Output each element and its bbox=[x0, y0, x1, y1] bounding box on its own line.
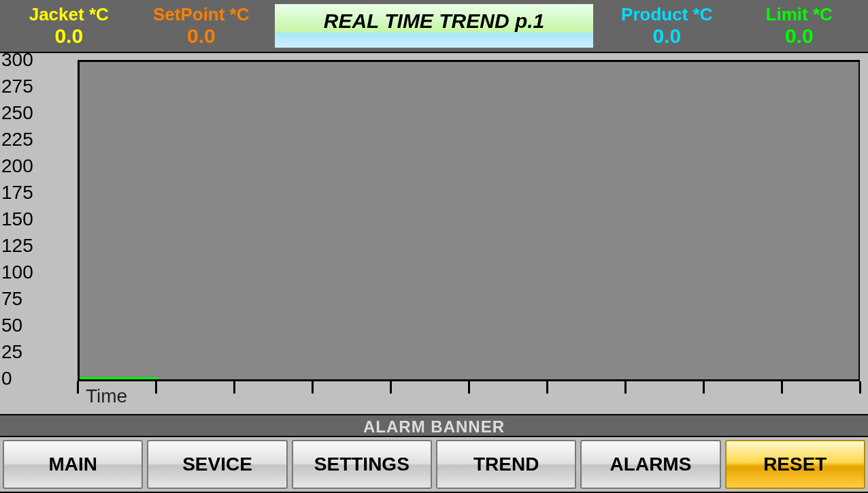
metric-product-value: 0.0 bbox=[601, 25, 733, 47]
y-axis: 3002752502252001751501251007550250 bbox=[0, 53, 78, 387]
y-tick: 250 bbox=[0, 102, 78, 124]
y-tick-label: 125 bbox=[0, 235, 33, 257]
nav-main-button[interactable]: MAIN bbox=[3, 440, 143, 489]
y-tick-label: 0 bbox=[0, 368, 12, 389]
metric-setpoint-label: SetPoint *C bbox=[135, 5, 268, 25]
y-tick: 275 bbox=[0, 76, 78, 97]
y-tick: 100 bbox=[0, 261, 78, 283]
header-bar: Jacket *C 0.0 SetPoint *C 0.0 REAL TIME … bbox=[0, 0, 868, 53]
y-tick-label: 175 bbox=[0, 182, 33, 204]
y-tick-label: 25 bbox=[0, 341, 22, 363]
y-tick: 125 bbox=[0, 235, 78, 257]
metric-product-label: Product *C bbox=[601, 5, 733, 25]
y-tick: 25 bbox=[0, 341, 78, 363]
metric-jacket: Jacket *C 0.0 bbox=[3, 5, 135, 47]
y-tick-label: 50 bbox=[0, 315, 22, 336]
chart-area: 3002752502252001751501251007550250 Time bbox=[0, 53, 868, 414]
y-tick: 225 bbox=[0, 129, 78, 150]
y-tick: 50 bbox=[0, 315, 78, 336]
x-axis-ticks bbox=[78, 381, 860, 395]
y-tick-label: 100 bbox=[0, 261, 33, 283]
metric-product: Product *C 0.0 bbox=[601, 5, 733, 47]
trend-plot[interactable] bbox=[78, 60, 860, 381]
y-tick: 300 bbox=[0, 53, 78, 71]
y-tick-label: 150 bbox=[0, 208, 33, 230]
trend-data-line bbox=[80, 377, 158, 379]
y-tick-label: 200 bbox=[0, 155, 33, 177]
y-tick-label: 250 bbox=[0, 102, 33, 124]
y-tick-label: 275 bbox=[0, 76, 33, 97]
y-tick: 200 bbox=[0, 155, 78, 177]
y-tick: 75 bbox=[0, 288, 78, 310]
metric-limit: Limit *C 0.0 bbox=[733, 5, 866, 47]
page-title-button[interactable]: REAL TIME TREND p.1 bbox=[274, 3, 594, 48]
page-title-text: REAL TIME TREND p.1 bbox=[324, 10, 544, 33]
alarm-banner[interactable]: ALARM BANNER bbox=[0, 414, 868, 437]
nav-trend-button[interactable]: TREND bbox=[436, 440, 576, 489]
y-tick-label: 75 bbox=[0, 288, 22, 310]
metric-jacket-value: 0.0 bbox=[3, 25, 135, 47]
y-tick: 0 bbox=[0, 368, 78, 389]
metric-jacket-label: Jacket *C bbox=[3, 5, 135, 25]
metric-limit-value: 0.0 bbox=[733, 25, 866, 47]
nav-settings-button[interactable]: SETTINGS bbox=[292, 440, 432, 489]
y-tick-label: 300 bbox=[0, 53, 33, 71]
nav-bar: MAIN SEVICE SETTINGS TREND ALARMS RESET bbox=[0, 437, 868, 493]
x-axis-label: Time bbox=[86, 385, 127, 407]
nav-reset-button[interactable]: RESET bbox=[725, 440, 865, 489]
metric-setpoint: SetPoint *C 0.0 bbox=[135, 5, 268, 47]
y-tick-label: 225 bbox=[0, 129, 33, 150]
nav-service-button[interactable]: SEVICE bbox=[147, 440, 287, 489]
metric-limit-label: Limit *C bbox=[733, 5, 866, 25]
nav-alarms-button[interactable]: ALARMS bbox=[580, 440, 720, 489]
y-tick: 175 bbox=[0, 182, 78, 204]
metric-setpoint-value: 0.0 bbox=[135, 25, 268, 47]
y-tick: 150 bbox=[0, 208, 78, 230]
